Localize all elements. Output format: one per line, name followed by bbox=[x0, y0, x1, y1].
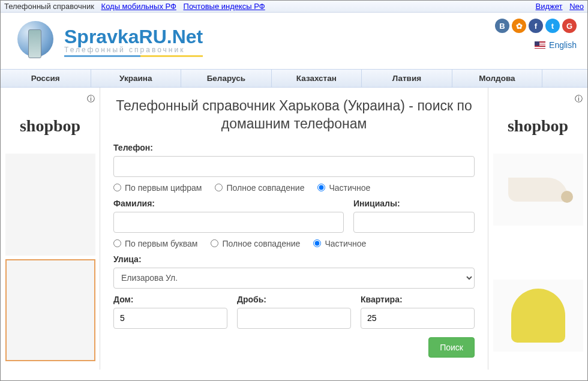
us-flag-icon bbox=[535, 41, 545, 49]
ad-info-icon-right[interactable] bbox=[575, 94, 583, 104]
link-mobile-codes[interactable]: Коды мобильных РФ bbox=[101, 2, 176, 11]
surname-radio-prefix[interactable] bbox=[113, 239, 121, 247]
nav-ukraine[interactable]: Украина bbox=[91, 70, 182, 87]
ad-left: shopbop bbox=[1, 88, 100, 370]
fb-icon[interactable]: f bbox=[529, 19, 543, 33]
initials-input[interactable] bbox=[353, 212, 475, 233]
surname-label: Фамилия: bbox=[113, 199, 344, 208]
surname-radio-partial[interactable] bbox=[313, 239, 321, 247]
surname-radio-full[interactable] bbox=[211, 239, 218, 247]
tw-icon[interactable]: t bbox=[545, 19, 560, 33]
main-content: Телефонный справочник Харькова (Украина)… bbox=[100, 88, 488, 370]
topbar-title: Телефонный справочник bbox=[4, 2, 94, 11]
social-icons: B ✿ f t G bbox=[495, 19, 577, 33]
link-widget[interactable]: Виджет bbox=[536, 2, 563, 11]
logo-icon bbox=[11, 19, 59, 64]
frac-label: Дробь: bbox=[237, 295, 351, 304]
phone-label: Телефон: bbox=[113, 143, 475, 152]
header: SpravkaRU.Net Телефонный справочник B ✿ … bbox=[1, 13, 587, 69]
page-title: Телефонный справочник Харькова (Украина)… bbox=[113, 97, 475, 133]
phone-radio-full[interactable] bbox=[215, 184, 223, 191]
logo-text: SpravkaRU.Net bbox=[64, 26, 203, 48]
nav-belarus[interactable]: Беларусь bbox=[181, 70, 272, 87]
link-neo[interactable]: Neo bbox=[569, 2, 584, 11]
ad-right: shopbop bbox=[488, 88, 587, 370]
phone-radio-partial[interactable] bbox=[317, 184, 325, 191]
navbar: Россия Украина Беларусь Казахстан Латвия… bbox=[1, 69, 587, 88]
nav-latvia[interactable]: Латвия bbox=[362, 70, 452, 87]
surname-input[interactable] bbox=[113, 212, 344, 233]
ad-hat-image[interactable] bbox=[493, 280, 583, 352]
street-label: Улица: bbox=[113, 254, 475, 264]
nav-kazakhstan[interactable]: Казахстан bbox=[272, 70, 362, 87]
ad-image-2[interactable] bbox=[5, 259, 95, 361]
gp-icon[interactable]: G bbox=[562, 19, 577, 33]
apt-input[interactable] bbox=[361, 308, 475, 329]
phone-radio-prefix[interactable] bbox=[113, 184, 121, 191]
phone-radios: По первым цифрам Полное совпадение Части… bbox=[113, 183, 475, 193]
frac-input[interactable] bbox=[237, 308, 351, 329]
ad-image-1[interactable] bbox=[5, 154, 95, 256]
ad-info-icon[interactable] bbox=[87, 94, 95, 104]
street-select[interactable]: Елизарова Ул. bbox=[113, 268, 475, 289]
search-button[interactable]: Поиск bbox=[428, 337, 475, 358]
nav-spacer bbox=[542, 70, 587, 87]
lang-link[interactable]: English bbox=[549, 40, 577, 50]
ad-brand-right[interactable]: shopbop bbox=[508, 116, 568, 136]
house-input[interactable] bbox=[113, 308, 227, 329]
ok-icon[interactable]: ✿ bbox=[512, 19, 526, 33]
ad-brand-left[interactable]: shopbop bbox=[20, 116, 80, 136]
logo[interactable]: SpravkaRU.Net Телефонный справочник bbox=[11, 19, 203, 64]
logo-subtitle: Телефонный справочник bbox=[64, 46, 203, 54]
surname-radios: По первым буквам Полное совпадение Части… bbox=[113, 239, 475, 248]
phone-input[interactable] bbox=[113, 156, 475, 177]
language-switch[interactable]: English bbox=[495, 40, 577, 50]
topbar: Телефонный справочник Коды мобильных РФ … bbox=[1, 1, 587, 13]
extra-heading: Дополнительная информация bbox=[113, 367, 475, 370]
vk-icon[interactable]: B bbox=[495, 19, 509, 33]
link-postal-codes[interactable]: Почтовые индексы РФ bbox=[184, 2, 265, 11]
initials-label: Инициалы: bbox=[353, 199, 475, 208]
nav-moldova[interactable]: Молдова bbox=[452, 70, 543, 87]
nav-russia[interactable]: Россия bbox=[1, 70, 91, 87]
apt-label: Квартира: bbox=[361, 295, 475, 304]
ad-shoe-image[interactable] bbox=[493, 154, 583, 226]
house-label: Дом: bbox=[113, 295, 227, 304]
